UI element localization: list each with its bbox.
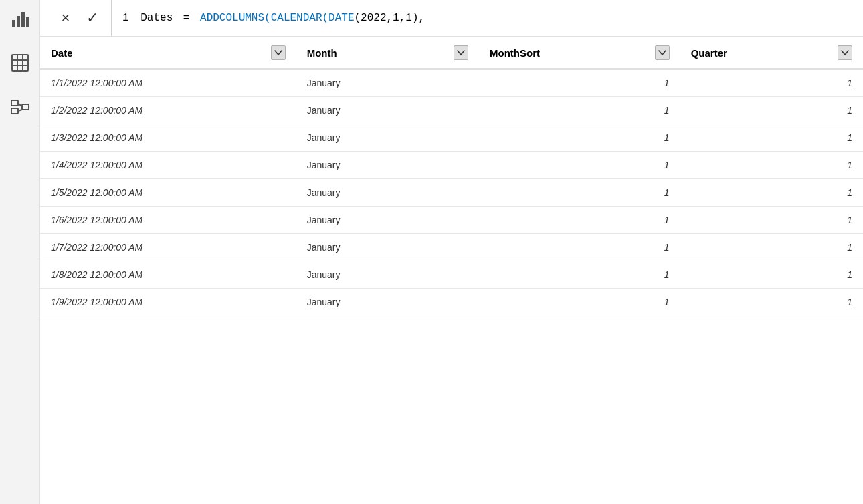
svg-rect-9 <box>11 100 18 106</box>
cell-quarter-6: 1 <box>680 234 863 261</box>
cell-quarter-7: 1 <box>680 261 863 289</box>
col-label-quarter: Quarter <box>691 47 727 59</box>
cell-quarter-3: 1 <box>680 152 863 179</box>
table-row: 1/4/2022 12:00:00 AM January 1 1 <box>40 152 863 179</box>
cell-month-7: January <box>296 261 479 289</box>
table-row: 1/9/2022 12:00:00 AM January 1 1 <box>40 289 863 316</box>
table-body: 1/1/2022 12:00:00 AM January 1 1 1/2/202… <box>40 69 863 316</box>
cell-monthsort-8: 1 <box>479 289 680 316</box>
table-row: 1/2/2022 12:00:00 AM January 1 1 <box>40 97 863 124</box>
svg-rect-10 <box>11 108 18 114</box>
cell-monthsort-7: 1 <box>479 261 680 289</box>
table-row: 1/8/2022 12:00:00 AM January 1 1 <box>40 261 863 289</box>
table-icon[interactable] <box>8 51 32 75</box>
formula-date-args: (2022,1,1), <box>355 12 425 24</box>
formula-bar: × ✓ 1 Dates = ADDCOLUMNS(CALENDAR(DATE(2… <box>40 0 863 37</box>
cell-month-8: January <box>296 289 479 316</box>
svg-rect-2 <box>21 12 25 27</box>
table-row: 1/7/2022 12:00:00 AM January 1 1 <box>40 234 863 261</box>
cell-month-1: January <box>296 97 479 124</box>
cell-date-6: 1/7/2022 12:00:00 AM <box>40 234 296 261</box>
cell-date-8: 1/9/2022 12:00:00 AM <box>40 289 296 316</box>
cell-monthsort-4: 1 <box>479 179 680 207</box>
cell-date-4: 1/5/2022 12:00:00 AM <box>40 179 296 207</box>
data-table: Date Month <box>40 37 863 504</box>
chart-icon[interactable] <box>8 7 32 31</box>
col-label-monthsort: MonthSort <box>490 47 540 59</box>
cell-month-2: January <box>296 124 479 152</box>
formula-calendar: CALENDAR <box>271 12 322 24</box>
cell-month-6: January <box>296 234 479 261</box>
cell-date-5: 1/6/2022 12:00:00 AM <box>40 207 296 234</box>
cell-date-1: 1/2/2022 12:00:00 AM <box>40 97 296 124</box>
formula-input[interactable]: 1 Dates = ADDCOLUMNS(CALENDAR(DATE(2022,… <box>112 12 856 24</box>
table-row: 1/6/2022 12:00:00 AM January 1 1 <box>40 207 863 234</box>
table-row: 1/1/2022 12:00:00 AM January 1 1 <box>40 69 863 97</box>
cell-month-4: January <box>296 179 479 207</box>
col-label-date: Date <box>51 47 73 59</box>
col-header-monthsort: MonthSort <box>479 37 680 69</box>
cell-quarter-2: 1 <box>680 124 863 152</box>
col-filter-quarter[interactable] <box>838 45 852 60</box>
cancel-button[interactable]: × <box>55 7 76 29</box>
cell-quarter-1: 1 <box>680 97 863 124</box>
svg-rect-0 <box>12 20 15 27</box>
cell-monthsort-5: 1 <box>479 207 680 234</box>
cell-monthsort-0: 1 <box>479 69 680 97</box>
cell-date-2: 1/3/2022 12:00:00 AM <box>40 124 296 152</box>
table-row: 1/5/2022 12:00:00 AM January 1 1 <box>40 179 863 207</box>
cell-monthsort-3: 1 <box>479 152 680 179</box>
cell-date-7: 1/8/2022 12:00:00 AM <box>40 261 296 289</box>
svg-rect-4 <box>12 55 28 71</box>
cell-month-3: January <box>296 152 479 179</box>
sidebar <box>0 0 40 504</box>
cell-quarter-5: 1 <box>680 207 863 234</box>
formula-date: DATE <box>328 12 354 24</box>
cell-date-3: 1/4/2022 12:00:00 AM <box>40 152 296 179</box>
cell-quarter-0: 1 <box>680 69 863 97</box>
cell-month-0: January <box>296 69 479 97</box>
confirm-button[interactable]: ✓ <box>82 7 103 29</box>
cell-date-0: 1/1/2022 12:00:00 AM <box>40 69 296 97</box>
formula-var: Dates <box>140 12 173 24</box>
formula-equals: = <box>183 12 196 24</box>
svg-rect-3 <box>26 17 29 27</box>
col-filter-date[interactable] <box>271 45 286 60</box>
line-number: 1 <box>122 12 129 24</box>
col-header-month: Month <box>296 37 479 69</box>
col-filter-month[interactable] <box>454 45 468 60</box>
formula-buttons: × ✓ <box>47 0 112 36</box>
table-header-row: Date Month <box>40 37 863 69</box>
main-content: × ✓ 1 Dates = ADDCOLUMNS(CALENDAR(DATE(2… <box>40 0 863 504</box>
cell-monthsort-2: 1 <box>479 124 680 152</box>
formula-paren2: ( <box>322 12 328 24</box>
cell-month-5: January <box>296 207 479 234</box>
table-row: 1/3/2022 12:00:00 AM January 1 1 <box>40 124 863 152</box>
cell-quarter-8: 1 <box>680 289 863 316</box>
cell-quarter-4: 1 <box>680 179 863 207</box>
table: Date Month <box>40 37 863 316</box>
cell-monthsort-6: 1 <box>479 234 680 261</box>
svg-rect-1 <box>17 16 20 27</box>
col-filter-monthsort[interactable] <box>655 45 670 60</box>
svg-rect-11 <box>22 104 29 110</box>
cell-monthsort-1: 1 <box>479 97 680 124</box>
col-header-quarter: Quarter <box>680 37 863 69</box>
formula-paren-open: ( <box>264 12 271 24</box>
col-label-month: Month <box>307 47 337 59</box>
formula-function: ADDCOLUMNS <box>200 12 264 24</box>
col-header-date: Date <box>40 37 296 69</box>
relationship-icon[interactable] <box>8 95 32 119</box>
